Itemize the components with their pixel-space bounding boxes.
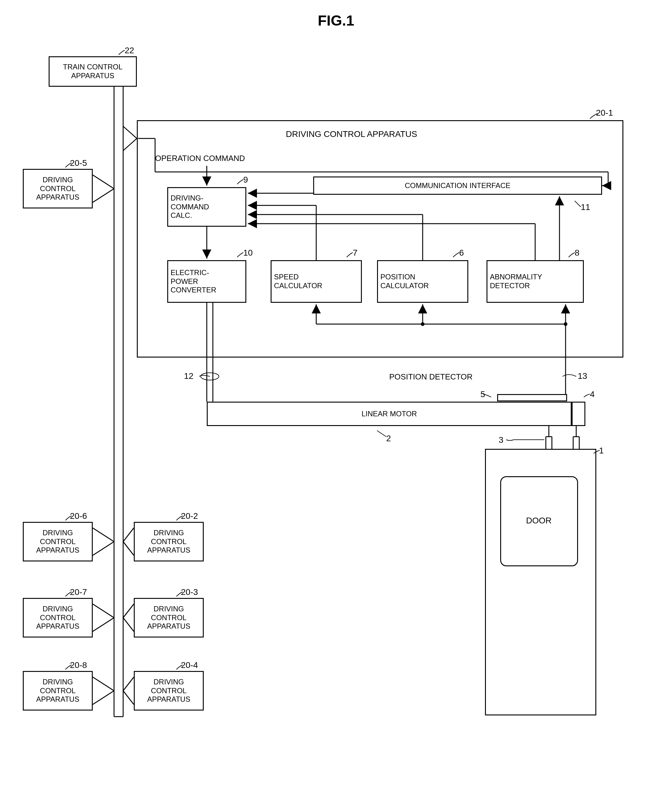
svg-line-8: [93, 677, 114, 691]
svg-line-11: [123, 542, 134, 555]
diagram-container: TRAIN CONTROL APPARATUS 22 DRIVING CONTR…: [12, 38, 651, 768]
svg-line-7: [93, 618, 114, 631]
svg-line-9: [93, 691, 114, 704]
svg-line-17: [123, 126, 137, 138]
figure-title: FIG.1: [12, 12, 660, 29]
svg-line-12: [123, 604, 134, 618]
svg-line-15: [123, 691, 134, 704]
svg-line-4: [93, 528, 114, 542]
svg-line-13: [123, 618, 134, 631]
svg-line-18: [123, 138, 137, 151]
svg-line-10: [123, 528, 134, 542]
svg-line-3: [93, 189, 114, 203]
svg-line-6: [93, 604, 114, 618]
svg-line-14: [123, 677, 134, 691]
svg-line-5: [93, 542, 114, 555]
connections-svg: [12, 38, 651, 768]
svg-line-2: [93, 175, 114, 189]
